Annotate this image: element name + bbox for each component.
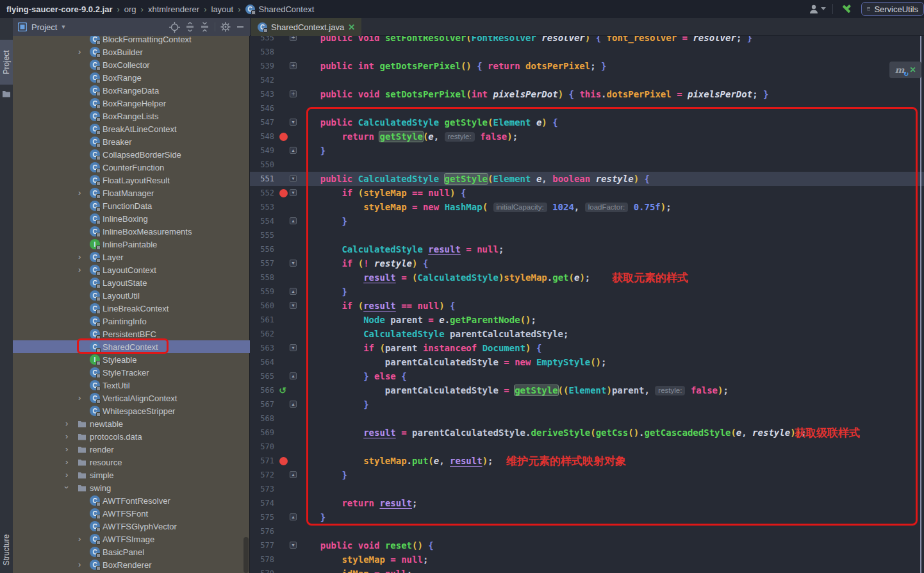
line-number[interactable]: 553 [254, 200, 274, 214]
line-number[interactable]: 559 [254, 285, 274, 299]
tree-item-awtfsfont[interactable]: CAWTFSFont [13, 507, 250, 520]
breadcrumb-org[interactable]: org [124, 4, 136, 14]
line-number[interactable]: 552 [254, 186, 274, 200]
fold-marker-icon[interactable]: ▴ [290, 372, 297, 379]
tree-item-awtfsglyphvector[interactable]: CAWTFSGlyphVector [13, 520, 250, 533]
code-line-563[interactable]: 563▾ if (parent instanceof Document) { [250, 341, 924, 355]
line-number[interactable]: 535 [254, 36, 274, 45]
chevron-down-icon[interactable]: ▼ [60, 24, 66, 30]
line-number[interactable]: 576 [254, 524, 274, 538]
breadcrumb-jar[interactable]: flying-saucer-core-9.0.2.jar [6, 4, 112, 14]
code-line-573[interactable]: 573 [250, 482, 924, 496]
line-number[interactable]: 565 [254, 369, 274, 383]
code-line-562[interactable]: 562 CalculatedStyle parentCalculatedStyl… [250, 327, 924, 341]
line-number[interactable]: 566 [254, 383, 274, 397]
tree-item-layoutcontext[interactable]: ›CLayoutContext [13, 263, 250, 276]
method-hint-widget[interactable]: m ✕ [889, 62, 921, 78]
hide-panel-button[interactable] [236, 22, 245, 31]
code-line-547[interactable]: 547▾ public CalculatedStyle getStyle(Ele… [250, 115, 924, 129]
tree-item-paintinginfo[interactable]: CPaintingInfo [13, 315, 250, 328]
tree-chevron-icon[interactable]: › [78, 535, 81, 543]
fold-marker-icon[interactable]: ▾ [290, 260, 297, 267]
tree-chevron-icon[interactable]: › [78, 265, 81, 274]
tree-item-boxcollector[interactable]: CBoxCollector [13, 58, 250, 71]
tree-item-awtfontresolver[interactable]: CAWTFontResolver [13, 494, 250, 507]
tab-close-icon[interactable]: ✕ [348, 22, 355, 32]
code-line-535[interactable]: 535+ public void setFontResolver(FontRes… [250, 36, 924, 45]
tree-item-layoututil[interactable]: CLayoutUtil [13, 289, 250, 302]
line-number[interactable]: 555 [254, 228, 274, 242]
tree-chevron-icon[interactable]: › [78, 253, 81, 261]
tree-item-swing[interactable]: ›swing [13, 481, 250, 494]
line-number[interactable]: 574 [254, 496, 274, 510]
tree-chevron-icon[interactable]: › [63, 486, 71, 488]
tree-item-resource[interactable]: ›resource [13, 456, 250, 469]
tree-item-blockformattingcontext[interactable]: CBlockFormattingContext [13, 36, 250, 46]
code-line-579[interactable]: 579 idMap = null; [250, 567, 924, 573]
tree-item-breaker[interactable]: CBreaker [13, 135, 250, 148]
tree-item-styletracker[interactable]: CStyleTracker [13, 366, 250, 379]
breakpoint-icon[interactable] [279, 133, 288, 141]
tree-item-breakatlinecontext[interactable]: CBreakAtLineContext [13, 122, 250, 135]
tree-item-textutil[interactable]: CTextUtil [13, 379, 250, 392]
line-number[interactable]: 543 [254, 87, 274, 101]
fold-marker-icon[interactable]: + [290, 62, 297, 69]
code-line-567[interactable]: 567▴ } [250, 397, 924, 411]
code-line-542[interactable]: 542 [250, 73, 924, 87]
fold-marker-icon[interactable]: ▴ [290, 288, 297, 295]
code-line-561[interactable]: 561 Node parent = e.getParentNode(); [250, 313, 924, 327]
tree-item-basicpanel[interactable]: CBasicPanel [13, 545, 250, 558]
line-number[interactable]: 547 [254, 115, 274, 129]
tree-item-collapsedborderside[interactable]: CCollapsedBorderSide [13, 148, 250, 161]
fold-marker-icon[interactable]: ▾ [290, 119, 297, 126]
code-line-548[interactable]: 548 return getStyle(e, restyle: false); [250, 129, 924, 144]
fold-marker-icon[interactable]: + [290, 36, 297, 41]
code-line-576[interactable]: 576 [250, 524, 924, 538]
fold-marker-icon[interactable]: ▴ [290, 471, 297, 478]
settings-gear-icon[interactable] [220, 22, 231, 32]
code-line-570[interactable]: 570 [250, 440, 924, 454]
line-number[interactable]: 554 [254, 214, 274, 228]
fold-marker-icon[interactable]: ▾ [290, 344, 297, 351]
tree-item-layoutstate[interactable]: CLayoutState [13, 276, 250, 289]
fold-marker-icon[interactable]: ▴ [290, 401, 297, 408]
code-line-578[interactable]: 578 styleMap = null; [250, 552, 924, 567]
code-line-560[interactable]: 560▾ if (result == null) { [250, 299, 924, 313]
panel-title[interactable]: Project [31, 22, 57, 32]
tree-item-counterfunction[interactable]: CCounterFunction [13, 161, 250, 174]
fold-marker-icon[interactable]: + [290, 90, 297, 97]
tree-item-inlinepaintable[interactable]: IInlinePaintable [13, 238, 250, 251]
line-number[interactable]: 563 [254, 341, 274, 355]
fold-marker-icon[interactable]: ▾ [290, 302, 297, 309]
line-number[interactable]: 577 [254, 538, 274, 552]
collapse-all-button[interactable] [200, 22, 210, 32]
fold-marker-icon[interactable]: ▴ [290, 147, 297, 154]
tree-scrollbar[interactable] [243, 537, 249, 573]
tree-item-sharedcontext[interactable]: CSharedContext [13, 340, 250, 353]
code-line-566[interactable]: 566↺ parentCalculatedStyle = getStyle((E… [250, 383, 924, 397]
tree-chevron-icon[interactable]: › [65, 445, 68, 453]
line-number[interactable]: 575 [254, 510, 274, 524]
line-number[interactable]: 558 [254, 270, 274, 285]
line-number[interactable]: 548 [254, 129, 274, 144]
code-line-552[interactable]: 552▾ if (styleMap == null) { [250, 186, 924, 200]
code-line-577[interactable]: 577▾ public void reset() { [250, 538, 924, 552]
line-number[interactable]: 571 [254, 454, 274, 468]
code-line-553[interactable]: 553 styleMap = new HashMap( initialCapac… [250, 200, 924, 214]
line-number[interactable]: 557 [254, 256, 274, 270]
tree-item-boxrangedata[interactable]: CBoxRangeData [13, 84, 250, 97]
tree-item-protocols.data[interactable]: ›protocols.data [13, 430, 250, 443]
widget-close-icon[interactable]: ✕ [909, 65, 916, 74]
line-number[interactable]: 569 [254, 426, 274, 440]
tree-item-linebreakcontext[interactable]: CLineBreakContext [13, 302, 250, 315]
tree-item-boxrenderer[interactable]: ›CBoxRenderer [13, 558, 250, 571]
code-line-564[interactable]: 564 parentCalculatedStyle = new EmptySty… [250, 355, 924, 369]
fold-marker-icon[interactable]: ▴ [290, 217, 297, 224]
line-number[interactable]: 539 [254, 59, 274, 73]
tree-item-whitespacestripper[interactable]: CWhitespaceStripper [13, 404, 250, 417]
tree-item-boxrangelists[interactable]: CBoxRangeLists [13, 110, 250, 122]
line-number[interactable]: 567 [254, 397, 274, 411]
code-line-556[interactable]: 556 CalculatedStyle result = null; [250, 242, 924, 256]
tab-sharedcontext-java[interactable]: C SharedContext.java ✕ [251, 18, 361, 36]
breakpoint-icon[interactable] [279, 457, 288, 465]
